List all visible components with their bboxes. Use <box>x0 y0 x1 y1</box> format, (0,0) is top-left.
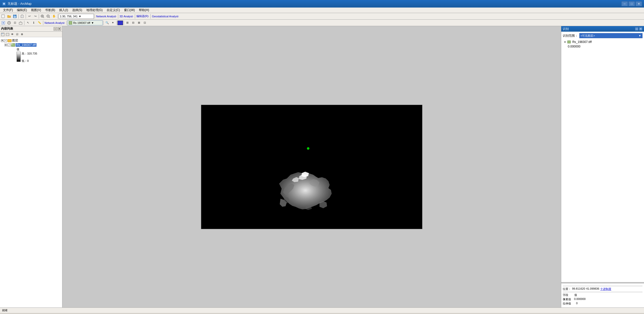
status-text: 就绪 <box>2 308 8 312</box>
svg-point-1 <box>3 3 5 5</box>
open-btn[interactable] <box>6 14 12 19</box>
geostatistical-analyst-label[interactable]: 3D Analyst· <box>119 15 134 18</box>
toc-list-by-visibility[interactable]: 👁 <box>10 32 15 37</box>
toc-minimize-btn[interactable]: ─ <box>54 27 57 31</box>
menu-geoprocessing[interactable]: 地理处理(G) <box>84 8 105 13</box>
network-analyst-label[interactable]: Network Analyst· <box>96 15 117 18</box>
identify-separator <box>563 286 642 286</box>
identify-header-controls: ─ ✕ <box>635 27 642 31</box>
3d-analyst-label[interactable]: Network Analyst· <box>44 21 66 24</box>
identify-title: 识别 <box>563 27 569 31</box>
raster-icon <box>11 43 15 47</box>
zoom-out-btn[interactable] <box>46 14 51 19</box>
layers-checkbox[interactable] <box>4 39 7 42</box>
identify-value-item[interactable]: 0.000000 <box>563 44 642 49</box>
identify-layer-name: Rs_198307.tiff <box>572 40 592 44</box>
tool-more1[interactable]: 🔍 <box>104 20 110 26</box>
pan-btn[interactable]: ✋ <box>51 14 57 19</box>
tracking-analyst-label[interactable]: Geostatistical Analyst· <box>151 15 180 18</box>
toc-list-by-selection[interactable]: ☑ <box>15 32 19 37</box>
minimize-button[interactable]: ─ <box>621 1 628 6</box>
layers-group-item[interactable]: ▼ 图层 <box>1 38 61 43</box>
identify-separator2 <box>563 292 642 292</box>
menu-bookmark[interactable]: 书签(B) <box>43 8 57 13</box>
field-header-label: 字段 <box>563 293 568 297</box>
layer-legend: 值 高：320.735 低：0 <box>5 47 61 63</box>
toc-options[interactable]: ⚙ <box>20 32 24 37</box>
map-canvas[interactable] <box>201 105 422 229</box>
degree-link[interactable]: 十进制度 <box>600 287 611 291</box>
tool-more2[interactable]: ✦ <box>110 20 116 26</box>
tool-extra4[interactable]: ⊡ <box>142 20 148 26</box>
identify-panel: 识别 ─ ✕ 识别范围： <可见图层> ▼ ▼ <box>561 26 644 307</box>
sep8 <box>150 14 151 19</box>
raster-checkbox[interactable] <box>8 43 11 46</box>
tool-extra3[interactable]: ⊠ <box>136 20 142 26</box>
svg-rect-5 <box>14 16 16 18</box>
toc-list-by-source[interactable] <box>5 32 10 37</box>
tool-extra1[interactable]: ⊞ <box>125 20 130 26</box>
toc-list-by-drawing[interactable] <box>1 32 5 37</box>
menu-select[interactable]: 选择(S) <box>70 8 84 13</box>
sep10 <box>43 21 43 25</box>
editor-label[interactable]: 编辑器(R)· <box>136 14 150 18</box>
new-btn[interactable] <box>1 14 6 19</box>
identify-range-label: 识别范围： <box>563 34 578 38</box>
main-layout: 内容列表 ─ ✕ 👁 ☑ ⚙ ▼ 图层 <box>0 26 644 307</box>
color-box[interactable] <box>117 21 123 25</box>
scale-dropdown[interactable]: 1:30, 756, 341 ▼ <box>59 14 94 19</box>
tool4[interactable] <box>18 20 23 26</box>
close-button[interactable]: ✕ <box>635 1 642 6</box>
svg-rect-8 <box>21 16 23 17</box>
identify-layer-item[interactable]: ▼ Rs_198307.tiff <box>563 40 642 44</box>
print-btn[interactable] <box>19 14 25 19</box>
identify-result-tree: ▼ Rs_198307.tiff 0.000000 <box>563 40 642 49</box>
menu-insert[interactable]: 插入(I) <box>57 8 70 13</box>
identify-minimize-btn[interactable]: ─ <box>635 27 638 31</box>
layer-item-indent: ▼ Rs_198307.tiff 值 高：320.735 <box>1 43 61 63</box>
svg-rect-23 <box>19 22 22 24</box>
raster-layer-item[interactable]: ▼ Rs_198307.tiff <box>5 43 61 47</box>
identify-tool-btn[interactable]: ℹ <box>31 20 36 26</box>
tool1[interactable] <box>1 20 6 26</box>
sep9 <box>24 21 24 25</box>
svg-rect-32 <box>568 41 571 43</box>
measure-btn[interactable]: 📏 <box>37 20 42 26</box>
undo-btn[interactable]: ↩ <box>27 14 32 19</box>
map-area[interactable] <box>62 26 561 307</box>
status-bar: 就绪 <box>0 307 644 313</box>
svg-rect-6 <box>14 15 15 16</box>
sep1 <box>18 14 19 19</box>
toc-panel-controls: ─ ✕ <box>54 27 61 31</box>
svg-rect-9 <box>21 17 22 17</box>
menu-customize[interactable]: 自定义(C) <box>105 8 122 13</box>
menu-edit[interactable]: 编辑(E) <box>15 8 29 13</box>
menu-window[interactable]: 窗口(W) <box>122 8 137 13</box>
file-dropdown[interactable]: Rs 198307.tiff ▼ <box>67 20 103 25</box>
tool-extra2[interactable]: ⊟ <box>131 20 136 26</box>
menu-view[interactable]: 视图(V) <box>29 8 43 13</box>
identify-close-btn[interactable]: ✕ <box>639 27 642 31</box>
identify-value: 0.000000 <box>568 45 580 48</box>
sep6 <box>118 14 118 19</box>
redo-btn[interactable]: ↪ <box>32 14 38 19</box>
zoom-in-btn[interactable] <box>40 14 45 19</box>
select-btn[interactable]: ↖ <box>25 20 31 26</box>
low-value: 低：0 <box>22 59 37 63</box>
menu-help[interactable]: 帮助(H) <box>137 8 151 13</box>
maximize-button[interactable]: □ <box>628 1 635 6</box>
raster-expand[interactable]: ▼ <box>5 44 7 46</box>
field-header-row: 字段 值 <box>563 293 642 297</box>
identify-range-dropdown[interactable]: <可见图层> ▼ <box>579 33 642 38</box>
sep2 <box>26 14 26 19</box>
menu-file[interactable]: 文件(F) <box>1 8 15 13</box>
toc-close-btn[interactable]: ✕ <box>58 27 61 31</box>
tool3[interactable]: ⊡ <box>12 20 18 26</box>
raster-layer-label: Rs_198307.tiff <box>16 43 36 47</box>
save-btn[interactable] <box>12 14 18 19</box>
map-marker <box>307 147 309 150</box>
layers-expand[interactable]: ▼ <box>1 39 4 42</box>
tool2[interactable] <box>6 20 12 26</box>
position-y: 41.099836 <box>586 287 599 291</box>
position-label: 位置： <box>563 287 571 291</box>
